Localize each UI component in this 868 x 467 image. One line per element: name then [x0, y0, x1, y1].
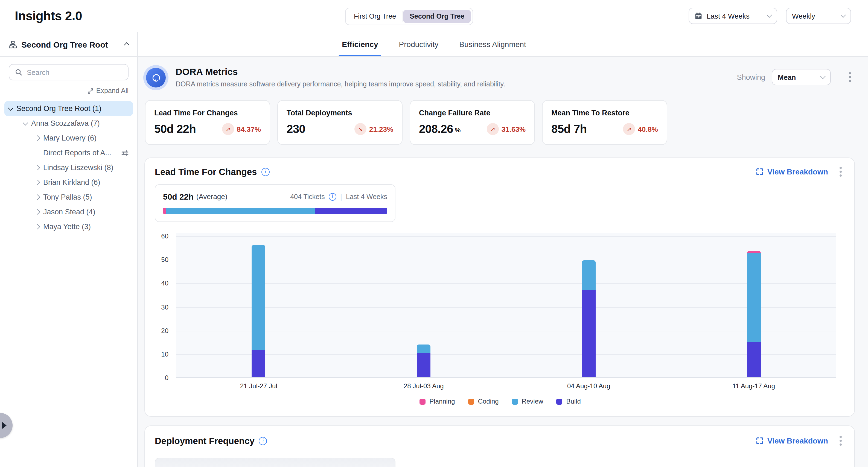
metric-card-change-failure-rate: Change Failure Rate208.26%↗31.63% — [410, 100, 535, 145]
search-input[interactable] — [27, 68, 123, 76]
stacked-bar-21-jul-27-jul[interactable] — [252, 245, 266, 377]
metric-card-total-deployments: Total Deployments230↘21.23% — [277, 100, 403, 145]
insights-app: Insights 2.0 First Org Tree Second Org T… — [0, 0, 868, 467]
toggle-first-org-tree[interactable]: First Org Tree — [347, 10, 403, 23]
y-tick-label: 50 — [161, 256, 168, 263]
active-tab-underline — [339, 55, 381, 56]
deployment-summary-placeholder — [155, 458, 396, 467]
chevron-down-icon — [767, 12, 772, 18]
distribution-segment-review — [166, 208, 315, 214]
stacked-bar-28-jul-03-aug[interactable] — [417, 344, 430, 377]
tab-productivity[interactable]: Productivity — [398, 32, 440, 56]
showing-select[interactable]: Mean — [772, 69, 831, 85]
y-tick-label: 0 — [165, 374, 168, 382]
legend-item-build[interactable]: Build — [556, 398, 581, 405]
expand-all-icon — [88, 88, 94, 94]
metric-title: Total Deployments — [287, 109, 393, 117]
tab-efficiency[interactable]: Efficiency — [341, 32, 379, 56]
gridline — [176, 307, 836, 308]
granularity-select[interactable]: Weekly — [786, 8, 851, 24]
bar-segment-build — [252, 350, 266, 377]
top-bar: Insights 2.0 First Org Tree Second Org T… — [0, 0, 868, 32]
tree-item-maya-yette-3[interactable]: Maya Yette (3) — [4, 219, 133, 234]
chart-legend: PlanningCodingReviewBuild — [155, 398, 845, 405]
trend-percent: 40.8% — [638, 125, 658, 133]
tab-label: Business Alignment — [459, 40, 526, 49]
summary-qualifier: (Average) — [196, 192, 227, 201]
showing-label: Showing — [737, 73, 765, 81]
tree-item-label: Lindsay Liszewski (8) — [43, 163, 133, 172]
collapse-sidebar-chevron-up-icon[interactable] — [124, 42, 129, 48]
main-area: EfficiencyProductivityBusiness Alignment… — [138, 32, 868, 467]
tree-item-label: Mary Lowery (6) — [43, 134, 133, 142]
view-breakdown-button[interactable]: View Breakdown — [756, 436, 828, 445]
info-icon[interactable]: i — [261, 167, 270, 176]
tab-bar: EfficiencyProductivityBusiness Alignment — [138, 32, 868, 57]
legend-swatch — [420, 398, 426, 404]
chevron-down-icon — [840, 12, 846, 18]
dora-kebab-menu-icon[interactable] — [845, 71, 855, 83]
metric-trend: ↘21.23% — [354, 123, 393, 135]
metric-card-lead-time-for-changes: Lead Time For Changes50d 22h↗84.37% — [145, 100, 270, 145]
org-tree-toggle: First Org Tree Second Org Tree — [345, 8, 473, 25]
expand-corners-icon — [756, 168, 764, 176]
stacked-bar-04-aug-10-aug[interactable] — [582, 260, 596, 377]
tree-item-direct-reports-of-a[interactable]: Direct Reports of A... — [4, 146, 133, 160]
legend-label: Review — [522, 398, 544, 405]
top-bar-controls: Last 4 Weeks Weekly — [689, 8, 851, 24]
chevron-down-icon[interactable] — [8, 105, 13, 111]
tree-item-brian-kirkland-6[interactable]: Brian Kirkland (6) — [4, 175, 133, 190]
trend-down-arrow-icon: ↘ — [354, 123, 367, 135]
trend-percent: 21.23% — [369, 125, 393, 133]
chevron-right-icon[interactable] — [35, 180, 40, 185]
x-tick-label: 21 Jul-27 Jul — [176, 382, 341, 390]
chevron-right-icon[interactable] — [35, 194, 40, 200]
stacked-bar-11-aug-17-aug[interactable] — [747, 251, 761, 377]
info-icon[interactable]: i — [329, 193, 336, 200]
deployment-kebab-menu-icon[interactable] — [836, 435, 845, 447]
lead-time-title: Lead Time For Changes — [155, 166, 257, 177]
chart-plot-area — [176, 233, 836, 378]
tree-item-second-org-tree-root-1[interactable]: Second Org Tree Root (1) — [4, 101, 133, 116]
chevron-right-icon[interactable] — [35, 209, 40, 215]
y-axis-labels: 0102030405060 — [155, 233, 168, 378]
deployment-frequency-card: Deployment Frequency i View Breakdown — [145, 426, 855, 467]
sidebar: Second Org Tree Root Expand All Second O… — [0, 32, 138, 467]
trend-up-arrow-icon: ↗ — [623, 123, 635, 135]
chevron-right-icon[interactable] — [35, 135, 40, 141]
lead-time-chart: 0102030405060 — [155, 233, 845, 378]
legend-item-planning[interactable]: Planning — [420, 398, 455, 405]
chevron-right-icon[interactable] — [35, 165, 40, 170]
legend-item-coding[interactable]: Coding — [468, 398, 499, 405]
lead-time-card: Lead Time For Changes i View Breakdown — [145, 157, 855, 417]
view-breakdown-button[interactable]: View Breakdown — [756, 167, 828, 176]
summary-meta: 404 Tickets i | Last 4 Weeks — [290, 192, 387, 201]
info-icon[interactable]: i — [259, 437, 267, 445]
y-tick-label: 20 — [161, 327, 168, 334]
tree-item-mary-lowery-6[interactable]: Mary Lowery (6) — [4, 131, 133, 146]
triangle-right-icon — [2, 422, 6, 429]
x-tick-label: 28 Jul-03 Aug — [341, 382, 506, 390]
chevron-down-icon[interactable] — [23, 120, 28, 125]
lead-time-kebab-menu-icon[interactable] — [836, 166, 845, 178]
gridline — [176, 354, 836, 355]
tree-item-lindsay-liszewski-8[interactable]: Lindsay Liszewski (8) — [4, 160, 133, 175]
legend-item-review[interactable]: Review — [512, 398, 544, 405]
tree-item-anna-scozzafava-7[interactable]: Anna Scozzafava (7) — [4, 116, 133, 131]
sidebar-header: Second Org Tree Root — [0, 32, 137, 57]
filter-sliders-icon[interactable] — [121, 149, 128, 156]
date-range-select[interactable]: Last 4 Weeks — [689, 8, 777, 24]
metric-cards-row: Lead Time For Changes50d 22h↗84.37%Total… — [145, 100, 855, 145]
legend-label: Coding — [478, 398, 499, 405]
gridline — [176, 260, 836, 260]
tree-item-label: Jason Stead (4) — [43, 208, 133, 216]
expand-all-button[interactable]: Expand All — [0, 81, 137, 95]
toggle-second-org-tree[interactable]: Second Org Tree — [403, 10, 471, 23]
x-axis-labels: 21 Jul-27 Jul28 Jul-03 Aug04 Aug-10 Aug1… — [176, 382, 836, 390]
bar-segment-review — [252, 245, 266, 350]
sidebar-body: Expand All Second Org Tree Root (1)Anna … — [0, 57, 137, 467]
tree-item-jason-stead-4[interactable]: Jason Stead (4) — [4, 205, 133, 219]
chevron-right-icon[interactable] — [35, 224, 40, 229]
tree-item-tony-pallas-5[interactable]: Tony Pallas (5) — [4, 190, 133, 205]
tab-business-alignment[interactable]: Business Alignment — [458, 32, 527, 56]
